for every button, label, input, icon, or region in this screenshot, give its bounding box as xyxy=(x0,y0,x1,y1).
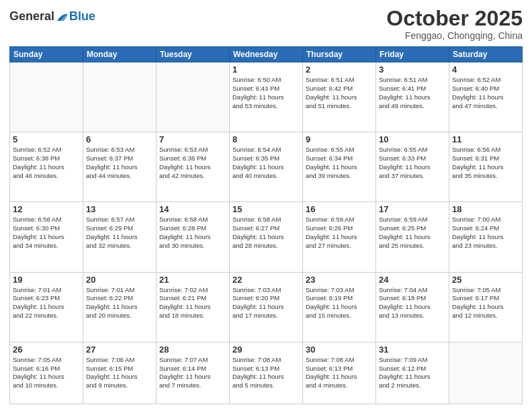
calendar-cell xyxy=(83,62,157,132)
day-info: Sunrise: 7:04 AM Sunset: 6:18 PM Dayligh… xyxy=(379,286,446,320)
day-number: 20 xyxy=(86,275,153,285)
day-number: 9 xyxy=(306,134,373,144)
month-title: October 2025 xyxy=(386,7,523,30)
day-number: 22 xyxy=(232,275,300,285)
week-row-1: 1Sunrise: 6:50 AM Sunset: 6:43 PM Daylig… xyxy=(10,62,523,132)
day-number: 7 xyxy=(159,134,226,144)
title-area: October 2025 Fenggao, Chongqing, China xyxy=(386,7,523,41)
day-number: 31 xyxy=(379,345,446,355)
day-number: 30 xyxy=(306,345,373,355)
day-info: Sunrise: 6:54 AM Sunset: 6:35 PM Dayligh… xyxy=(232,146,300,180)
day-info: Sunrise: 7:03 AM Sunset: 6:19 PM Dayligh… xyxy=(306,286,373,320)
day-number: 18 xyxy=(452,204,519,214)
location: Fenggao, Chongqing, China xyxy=(386,30,523,41)
calendar-cell: 28Sunrise: 7:07 AM Sunset: 6:14 PM Dayli… xyxy=(157,342,230,404)
weekday-header-wednesday: Wednesday xyxy=(230,47,303,62)
calendar-cell: 1Sunrise: 6:50 AM Sunset: 6:43 PM Daylig… xyxy=(230,62,303,132)
calendar-cell: 8Sunrise: 6:54 AM Sunset: 6:35 PM Daylig… xyxy=(230,132,303,202)
weekday-header-tuesday: Tuesday xyxy=(157,47,230,62)
weekday-header-thursday: Thursday xyxy=(303,47,376,62)
calendar-cell: 21Sunrise: 7:02 AM Sunset: 6:21 PM Dayli… xyxy=(157,272,230,342)
day-info: Sunrise: 6:59 AM Sunset: 6:26 PM Dayligh… xyxy=(306,216,373,250)
day-number: 17 xyxy=(379,204,446,214)
day-number: 27 xyxy=(86,345,153,355)
calendar-cell: 17Sunrise: 6:59 AM Sunset: 6:25 PM Dayli… xyxy=(376,202,449,272)
day-number: 4 xyxy=(452,64,519,75)
calendar-cell: 19Sunrise: 7:01 AM Sunset: 6:23 PM Dayli… xyxy=(10,272,83,342)
weekday-header-sunday: Sunday xyxy=(10,47,83,62)
day-info: Sunrise: 6:57 AM Sunset: 6:29 PM Dayligh… xyxy=(86,216,153,250)
day-number: 19 xyxy=(13,275,80,285)
day-info: Sunrise: 7:08 AM Sunset: 6:13 PM Dayligh… xyxy=(232,356,300,390)
calendar-cell: 7Sunrise: 6:53 AM Sunset: 6:36 PM Daylig… xyxy=(157,132,230,202)
calendar-cell: 5Sunrise: 6:52 AM Sunset: 6:38 PM Daylig… xyxy=(10,132,83,202)
calendar-cell: 10Sunrise: 6:55 AM Sunset: 6:33 PM Dayli… xyxy=(376,132,449,202)
calendar-cell: 15Sunrise: 6:58 AM Sunset: 6:27 PM Dayli… xyxy=(230,202,303,272)
day-info: Sunrise: 6:55 AM Sunset: 6:33 PM Dayligh… xyxy=(379,146,446,180)
weekday-header-friday: Friday xyxy=(376,47,449,62)
calendar-cell: 6Sunrise: 6:53 AM Sunset: 6:37 PM Daylig… xyxy=(83,132,157,202)
header: General Blue October 2025 Fenggao, Chong… xyxy=(9,7,523,41)
day-number: 13 xyxy=(86,204,153,214)
weekday-header-row: SundayMondayTuesdayWednesdayThursdayFrid… xyxy=(10,47,523,62)
page: General Blue October 2025 Fenggao, Chong… xyxy=(0,0,532,411)
day-number: 25 xyxy=(452,275,519,285)
day-info: Sunrise: 7:01 AM Sunset: 6:23 PM Dayligh… xyxy=(13,286,80,320)
day-info: Sunrise: 7:03 AM Sunset: 6:20 PM Dayligh… xyxy=(232,286,300,320)
day-info: Sunrise: 6:56 AM Sunset: 6:30 PM Dayligh… xyxy=(13,216,80,250)
day-info: Sunrise: 6:58 AM Sunset: 6:27 PM Dayligh… xyxy=(232,216,300,250)
day-info: Sunrise: 6:55 AM Sunset: 6:34 PM Dayligh… xyxy=(306,146,373,180)
calendar-cell xyxy=(449,342,523,404)
day-info: Sunrise: 7:05 AM Sunset: 6:17 PM Dayligh… xyxy=(452,286,519,320)
day-info: Sunrise: 6:51 AM Sunset: 6:41 PM Dayligh… xyxy=(379,76,446,110)
day-info: Sunrise: 6:52 AM Sunset: 6:40 PM Dayligh… xyxy=(452,76,519,110)
day-info: Sunrise: 7:05 AM Sunset: 6:16 PM Dayligh… xyxy=(13,356,80,390)
day-number: 24 xyxy=(379,275,446,285)
logo: General Blue xyxy=(9,9,95,24)
day-info: Sunrise: 7:08 AM Sunset: 6:13 PM Dayligh… xyxy=(306,356,373,390)
calendar-cell: 11Sunrise: 6:56 AM Sunset: 6:31 PM Dayli… xyxy=(449,132,523,202)
calendar-cell: 2Sunrise: 6:51 AM Sunset: 6:42 PM Daylig… xyxy=(303,62,376,132)
calendar-cell: 23Sunrise: 7:03 AM Sunset: 6:19 PM Dayli… xyxy=(303,272,376,342)
day-info: Sunrise: 7:02 AM Sunset: 6:21 PM Dayligh… xyxy=(159,286,226,320)
calendar-cell: 22Sunrise: 7:03 AM Sunset: 6:20 PM Dayli… xyxy=(230,272,303,342)
week-row-2: 5Sunrise: 6:52 AM Sunset: 6:38 PM Daylig… xyxy=(10,132,523,202)
calendar-cell: 27Sunrise: 7:06 AM Sunset: 6:15 PM Dayli… xyxy=(83,342,157,404)
calendar-cell: 29Sunrise: 7:08 AM Sunset: 6:13 PM Dayli… xyxy=(230,342,303,404)
day-number: 8 xyxy=(232,134,300,144)
calendar: SundayMondayTuesdayWednesdayThursdayFrid… xyxy=(9,46,523,404)
day-number: 29 xyxy=(232,345,300,355)
weekday-header-saturday: Saturday xyxy=(449,47,523,62)
day-info: Sunrise: 6:59 AM Sunset: 6:25 PM Dayligh… xyxy=(379,216,446,250)
day-number: 1 xyxy=(232,64,300,75)
day-number: 6 xyxy=(86,134,153,144)
day-info: Sunrise: 6:56 AM Sunset: 6:31 PM Dayligh… xyxy=(452,146,519,180)
day-number: 26 xyxy=(13,345,80,355)
day-number: 28 xyxy=(159,345,226,355)
calendar-cell: 16Sunrise: 6:59 AM Sunset: 6:26 PM Dayli… xyxy=(303,202,376,272)
day-number: 16 xyxy=(306,204,373,214)
calendar-cell: 14Sunrise: 6:58 AM Sunset: 6:28 PM Dayli… xyxy=(157,202,230,272)
day-info: Sunrise: 7:07 AM Sunset: 6:14 PM Dayligh… xyxy=(159,356,226,390)
day-number: 15 xyxy=(232,204,300,214)
calendar-cell: 13Sunrise: 6:57 AM Sunset: 6:29 PM Dayli… xyxy=(83,202,157,272)
day-number: 5 xyxy=(13,134,80,144)
day-number: 14 xyxy=(159,204,226,214)
day-info: Sunrise: 7:01 AM Sunset: 6:22 PM Dayligh… xyxy=(86,286,153,320)
day-info: Sunrise: 7:00 AM Sunset: 6:24 PM Dayligh… xyxy=(452,216,519,250)
week-row-5: 26Sunrise: 7:05 AM Sunset: 6:16 PM Dayli… xyxy=(10,342,523,404)
calendar-cell: 30Sunrise: 7:08 AM Sunset: 6:13 PM Dayli… xyxy=(303,342,376,404)
week-row-3: 12Sunrise: 6:56 AM Sunset: 6:30 PM Dayli… xyxy=(10,202,523,272)
logo-general-text: General xyxy=(9,9,54,24)
calendar-cell: 31Sunrise: 7:09 AM Sunset: 6:12 PM Dayli… xyxy=(376,342,449,404)
logo-wing-icon xyxy=(56,11,69,22)
day-number: 12 xyxy=(13,204,80,214)
day-number: 10 xyxy=(379,134,446,144)
day-number: 3 xyxy=(379,64,446,75)
day-info: Sunrise: 6:50 AM Sunset: 6:43 PM Dayligh… xyxy=(232,76,300,110)
day-number: 23 xyxy=(306,275,373,285)
calendar-cell: 18Sunrise: 7:00 AM Sunset: 6:24 PM Dayli… xyxy=(449,202,523,272)
day-info: Sunrise: 7:09 AM Sunset: 6:12 PM Dayligh… xyxy=(379,356,446,390)
day-number: 2 xyxy=(306,64,373,75)
calendar-cell: 9Sunrise: 6:55 AM Sunset: 6:34 PM Daylig… xyxy=(303,132,376,202)
